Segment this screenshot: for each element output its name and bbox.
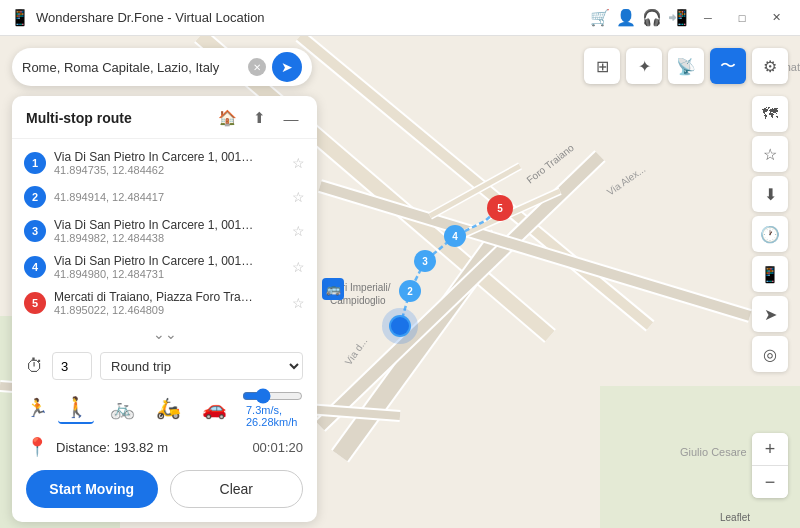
clock-icon: ⏱: [26, 356, 44, 377]
search-clear-button[interactable]: ✕: [248, 58, 266, 76]
svg-point-30: [391, 317, 409, 335]
app-title: Wondershare Dr.Fone - Virtual Location: [36, 10, 590, 25]
history-icon[interactable]: 🕐: [752, 216, 788, 252]
download-icon[interactable]: ⬇: [752, 176, 788, 212]
route-item-5[interactable]: 5 Mercati di Traiano, Piazza Foro Traian…: [20, 285, 309, 321]
route-info-5: Mercati di Traiano, Piazza Foro Traian..…: [54, 290, 288, 316]
map-tool-waypoint[interactable]: ✦: [626, 48, 662, 84]
search-input[interactable]: [22, 60, 248, 75]
options-row: ⏱ One-way Round trip Loop: [12, 348, 317, 384]
search-go-button[interactable]: ➤: [272, 52, 302, 82]
map-tool-grid[interactable]: ⊞: [584, 48, 620, 84]
svg-text:🚌: 🚌: [326, 281, 341, 296]
route-info-2: 41.894914, 12.484417: [54, 191, 288, 203]
route-star-5[interactable]: ☆: [292, 295, 305, 311]
title-icons: 🛒 👤 🎧 📲 ─ □ ✕: [590, 4, 790, 32]
minimize-button[interactable]: ─: [694, 4, 722, 32]
right-icons: 🗺 ☆ ⬇ 🕐 📱 ➤ ◎: [752, 96, 788, 372]
map-tool-route[interactable]: 〜: [710, 48, 746, 84]
route-num-3: 3: [24, 220, 46, 242]
titlebar: 📱 Wondershare Dr.Fone - Virtual Location…: [0, 0, 800, 36]
zoom-out-button[interactable]: −: [752, 466, 788, 498]
route-num-5: 5: [24, 292, 46, 314]
transport-car-button[interactable]: 🚗: [196, 392, 232, 424]
time-text: 00:01:20: [252, 440, 303, 455]
route-star-1[interactable]: ☆: [292, 155, 305, 171]
devices-icon[interactable]: 📲: [668, 8, 688, 27]
map-tool-settings[interactable]: ⚙: [752, 48, 788, 84]
map-tool-signal[interactable]: 📡: [668, 48, 704, 84]
route-info-1: Via Di San Pietro In Carcere 1, 00186 Ro…: [54, 150, 288, 176]
transport-bike-button[interactable]: 🚲: [104, 392, 140, 424]
route-item-3[interactable]: 3 Via Di San Pietro In Carcere 1, 00187.…: [20, 213, 309, 249]
device-icon[interactable]: 📱: [752, 256, 788, 292]
center-icon[interactable]: ◎: [752, 336, 788, 372]
panel-header-icons: 🏠 ⬆ —: [215, 106, 303, 130]
svg-text:Giulio Cesare: Giulio Cesare: [680, 446, 747, 458]
start-moving-button[interactable]: Start Moving: [26, 470, 158, 508]
transport-scooter-button[interactable]: 🛵: [150, 392, 186, 424]
route-info-3: Via Di San Pietro In Carcere 1, 00187...…: [54, 218, 288, 244]
panel-export-icon[interactable]: ⬆: [247, 106, 271, 130]
route-item-1[interactable]: 1 Via Di San Pietro In Carcere 1, 00186 …: [20, 145, 309, 181]
clear-button[interactable]: Clear: [170, 470, 304, 508]
speedometer-icon: 🏃: [26, 397, 48, 419]
maximize-button[interactable]: □: [728, 4, 756, 32]
route-info-4: Via Di San Pietro In Carcere 1, 00187...…: [54, 254, 288, 280]
route-star-4[interactable]: ☆: [292, 259, 305, 275]
route-list: 1 Via Di San Pietro In Carcere 1, 00186 …: [12, 139, 317, 324]
panel-title: Multi-stop route: [26, 110, 215, 126]
headset-icon[interactable]: 🎧: [642, 8, 662, 27]
zoom-controls: + −: [752, 433, 788, 498]
route-num-1: 1: [24, 152, 46, 174]
svg-text:2: 2: [407, 286, 413, 297]
distance-text: Distance: 193.82 m: [56, 440, 168, 455]
google-maps-icon[interactable]: 🗺: [752, 96, 788, 132]
svg-text:4: 4: [452, 231, 458, 242]
panel-header: Multi-stop route 🏠 ⬆ —: [12, 96, 317, 139]
main-area: 1 2 3 4 5 Colonnata Giulio Cesare Via Al…: [0, 36, 800, 528]
route-num-4: 4: [24, 256, 46, 278]
map-toolbar: ⊞ ✦ 📡 〜 ⚙: [584, 48, 788, 84]
cart-icon[interactable]: 🛒: [590, 8, 610, 27]
transport-row: 🏃 🚶 🚲 🛵 🚗 7.3m/s, 26.28km/h: [12, 384, 317, 432]
buttons-row: Start Moving Clear: [12, 462, 317, 510]
repeat-count-input[interactable]: [52, 352, 92, 380]
app-icon: 📱: [10, 8, 30, 27]
zoom-in-button[interactable]: +: [752, 433, 788, 465]
location-icon: 📍: [26, 436, 48, 458]
search-bar: ✕ ➤: [12, 48, 312, 86]
expand-arrow[interactable]: ⌄⌄: [153, 326, 177, 342]
trip-type-select[interactable]: One-way Round trip Loop: [100, 352, 303, 380]
route-item-4[interactable]: 4 Via Di San Pietro In Carcere 1, 00187.…: [20, 249, 309, 285]
panel: Multi-stop route 🏠 ⬆ — 1 Via Di San Piet…: [12, 96, 317, 522]
navigate-icon[interactable]: ➤: [752, 296, 788, 332]
panel-minimize-icon[interactable]: —: [279, 106, 303, 130]
favorite-icon[interactable]: ☆: [752, 136, 788, 172]
speed-text: 7.3m/s, 26.28km/h: [242, 404, 303, 428]
svg-text:5: 5: [497, 203, 503, 214]
route-star-3[interactable]: ☆: [292, 223, 305, 239]
svg-text:3: 3: [422, 256, 428, 267]
expand-row: ⌄⌄: [12, 324, 317, 348]
route-num-2: 2: [24, 186, 46, 208]
close-button[interactable]: ✕: [762, 4, 790, 32]
route-star-2[interactable]: ☆: [292, 189, 305, 205]
route-item-2[interactable]: 2 41.894914, 12.484417 ☆: [20, 181, 309, 213]
transport-walk-button[interactable]: 🚶: [58, 392, 94, 424]
speed-slider-wrap: 7.3m/s, 26.28km/h: [242, 388, 303, 428]
speed-slider[interactable]: [242, 388, 303, 404]
user-icon[interactable]: 👤: [616, 8, 636, 27]
distance-row: 📍 Distance: 193.82 m 00:01:20: [12, 432, 317, 462]
leaflet-credit: Leaflet: [720, 512, 750, 523]
panel-save-icon[interactable]: 🏠: [215, 106, 239, 130]
